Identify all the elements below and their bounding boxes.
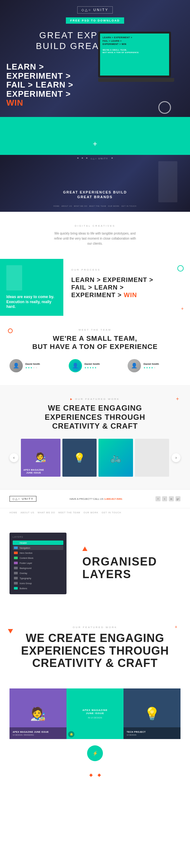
- layers-icon: [14, 587, 18, 590]
- layers-label: Header: [20, 542, 27, 544]
- portfolio-item[interactable]: 🧑‍🎨 APEX MAGAZINE JUNE ISSUE UI DESIGN /…: [9, 688, 66, 739]
- preview-mockup: ◇△○ UNITY GREAT EXPERIENCES BUILD GREAT …: [0, 155, 190, 212]
- badge-icon: ⚡: [92, 751, 98, 756]
- social-google-icon[interactable]: g+: [175, 496, 181, 501]
- layers-row[interactable]: Footer Layer: [13, 561, 63, 565]
- team-section: MEET THE TEAM WE'RE A SMALL TEAM, BUT HA…: [0, 316, 190, 385]
- circle-decoration: [158, 101, 171, 114]
- team-member-featured: 👤 Daniel Smith: [69, 359, 121, 372]
- portfolio-item[interactable]: 💡 TECH PROJECT UI DESIGN: [124, 688, 181, 739]
- layers-icon: [14, 552, 18, 554]
- footer-nav-team[interactable]: MEET THE TEAM: [58, 512, 80, 514]
- gallery-decoration: 🚲: [110, 453, 121, 463]
- layers-icon: [14, 567, 18, 569]
- layers-row[interactable]: Hero Section: [13, 551, 63, 555]
- star: [95, 367, 97, 369]
- star: [143, 367, 145, 369]
- layers-row[interactable]: Navigation: [13, 546, 63, 550]
- layers-row[interactable]: Buttons: [13, 586, 63, 590]
- team-info: Daniel Smith: [85, 363, 121, 369]
- star: [85, 367, 86, 369]
- portfolio-sublabel: UI DESIGN / BRANDING: [13, 734, 63, 736]
- process-figure: [6, 265, 22, 290]
- diamond-icon: ◆: [89, 772, 93, 777]
- portfolio-icon: 💡: [144, 706, 160, 721]
- featured-title: WE CREATE ENGAGING EXPERIENCES THROUGH C…: [9, 404, 181, 431]
- team-info: David Smith: [25, 363, 62, 369]
- organised-right: ORGANISED LAYERS: [82, 547, 181, 580]
- preview-mockup-nav: ◇△○ UNITY: [0, 157, 190, 160]
- layers-label: Buttons: [20, 587, 27, 590]
- gallery-next-button[interactable]: ›: [172, 453, 181, 462]
- team-name: Daniel Smith: [85, 363, 121, 365]
- figure-decoration: [158, 161, 177, 202]
- layers-row[interactable]: Overlay: [13, 571, 63, 575]
- nav-dot: [86, 157, 87, 159]
- layers-row[interactable]: Background: [13, 566, 63, 570]
- featured2-title: WE CREATE ENGAGING EXPERIENCES THROUGH C…: [9, 632, 181, 670]
- social-linkedin-icon[interactable]: in: [169, 496, 174, 501]
- laptop-screen: LEARN > EXPERIMENT > FAIL > LEARN > EXPE…: [98, 32, 171, 78]
- hero-logo: ◇△○ UNITY: [77, 6, 113, 13]
- layers-label: Background: [20, 567, 31, 569]
- plus-decoration: +: [175, 624, 177, 629]
- portfolio-grid: 🧑‍🎨 APEX MAGAZINE JUNE ISSUE UI DESIGN /…: [9, 688, 181, 739]
- preview-nav-link[interactable]: OUR WORK: [108, 205, 119, 207]
- layers-icon: [14, 582, 18, 585]
- process-section: Ideas are easy to come by. Execution is …: [0, 259, 190, 316]
- footer-nav-work[interactable]: OUR WORK: [84, 512, 99, 514]
- bottom-dots: ◆ ◆: [0, 768, 190, 787]
- gallery-item[interactable]: 🧑‍🎨 APEX MAGAZINEJUNE ISSUE: [21, 439, 60, 477]
- gallery-item[interactable]: [135, 439, 169, 477]
- portfolio-label: APEX MAGAZINE JUNE ISSUE: [13, 731, 63, 733]
- gallery-prev-button[interactable]: ‹: [9, 453, 18, 462]
- star: [87, 367, 89, 369]
- star: [92, 367, 94, 369]
- layers-row[interactable]: Icons Group: [13, 581, 63, 585]
- portfolio-overlay: APEX MAGAZINE JUNE ISSUE UI DESIGN / BRA…: [9, 727, 66, 739]
- layers-icon: [14, 562, 18, 564]
- footer-phone[interactable]: 1-800-817-5391: [104, 498, 122, 500]
- organised-left: LAYERS Header Navigation Hero Section Co…: [9, 533, 73, 594]
- preview-section: ◇△○ UNITY GREAT EXPERIENCES BUILD GREAT …: [0, 155, 190, 212]
- bike-icon: 🚲: [110, 453, 121, 463]
- gallery-items: 🧑‍🎨 APEX MAGAZINEJUNE ISSUE 💡 🚲: [21, 439, 169, 477]
- preview-nav-link[interactable]: ABOUT US: [61, 205, 72, 207]
- preview-nav-link[interactable]: HOME: [54, 205, 59, 207]
- portfolio-badge: ⭐: [68, 731, 75, 738]
- layers-row[interactable]: Header: [13, 540, 63, 545]
- process-label: OUR PROCESS: [71, 268, 182, 271]
- digital-label: DIGITAL CREATIVES: [19, 224, 171, 227]
- layers-row[interactable]: Typography: [13, 576, 63, 580]
- gallery-item[interactable]: 🚲: [99, 439, 133, 477]
- star: [154, 367, 156, 369]
- footer-nav-contact[interactable]: GET IN TOUCH: [102, 512, 121, 514]
- footer-nav-what-we-do[interactable]: WHAT WE DO: [38, 512, 55, 514]
- preview-nav-link[interactable]: WHAT WE DO: [74, 205, 87, 207]
- layers-icon: [14, 541, 18, 544]
- footer-nav: HOME ABOUT US WHAT WE DO MEET THE TEAM O…: [0, 508, 190, 517]
- digital-description: We quickly bring ideas to life with tang…: [54, 231, 136, 246]
- star: [146, 367, 148, 369]
- social-facebook-icon[interactable]: f: [156, 496, 161, 501]
- featured-label: OUR FEATURED WORK: [9, 398, 181, 401]
- gallery-item[interactable]: 💡: [62, 439, 97, 477]
- process-right: OUR PROCESS LEARN > EXPERIMENT > FAIL > …: [63, 259, 190, 316]
- layers-row[interactable]: Content Block: [13, 556, 63, 560]
- portfolio-icon: 🧑‍🎨: [30, 706, 46, 721]
- plus-decoration: +: [176, 396, 179, 402]
- social-twitter-icon[interactable]: t: [162, 496, 167, 501]
- footer-cta: HAVE A PROJECT? CALL US 1-800-817-5391: [70, 498, 122, 500]
- hero-teal-bar: [0, 117, 190, 133]
- layers-icon: [14, 557, 18, 559]
- footer-social: f t in g+: [156, 496, 181, 501]
- portfolio-item[interactable]: APEX MAGAZINE JUNE ISSUE IN UI DESIGN ⭐: [66, 688, 124, 739]
- footer-nav-about[interactable]: ABOUT US: [21, 512, 34, 514]
- preview-bottom-nav: HOME ABOUT US WHAT WE DO MEET THE TEAM O…: [0, 205, 190, 207]
- footer-nav-home[interactable]: HOME: [9, 512, 18, 514]
- preview-nav-link[interactable]: GET IN TOUCH: [121, 205, 136, 207]
- star: [151, 367, 153, 369]
- layers-label: Icons Group: [20, 582, 32, 585]
- preview-nav-link[interactable]: MEET THE TEAM: [89, 205, 106, 207]
- team-stars: [143, 367, 181, 369]
